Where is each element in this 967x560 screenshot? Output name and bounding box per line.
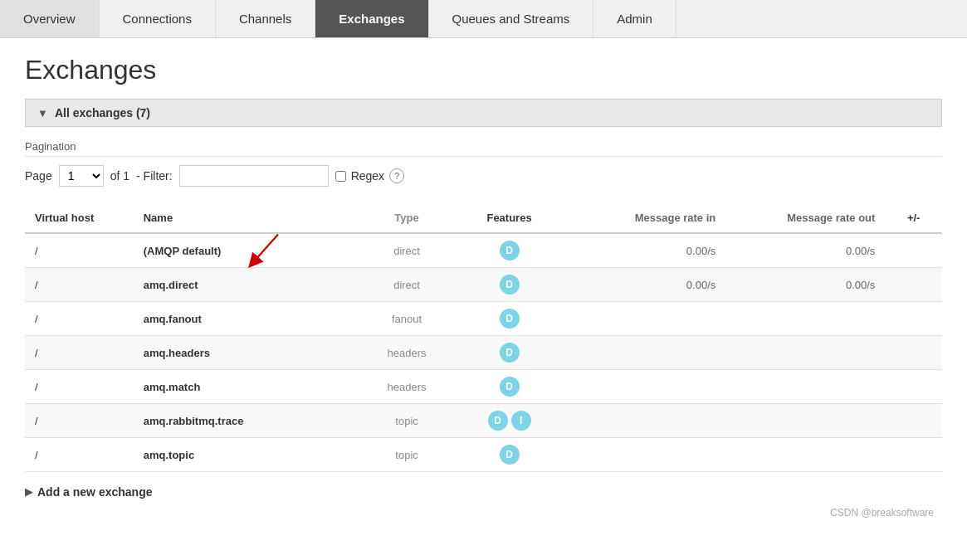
feature-badge: D [488,411,508,431]
filter-input[interactable] [179,165,329,187]
cell-vhost: / [25,268,134,302]
pagination-controls: Page 1 of 1 - Filter: Regex ? [25,165,942,187]
cell-features: D [452,233,566,268]
cell-rate-out: 0.00/s [725,233,885,268]
cell-name[interactable]: amq.match [134,370,361,404]
tab-connections[interactable]: Connections [100,0,216,37]
table-row[interactable]: /amq.directdirectD0.00/s0.00/s [25,268,942,302]
tab-overview[interactable]: Overview [0,0,100,37]
cell-plus-minus [885,302,942,336]
cell-plus-minus [885,268,942,302]
col-type: Type [361,203,452,233]
watermark: CSDN @breaksoftware [25,507,942,519]
cell-rate-in: 0.00/s [566,233,725,268]
cell-rate-out [725,438,885,472]
cell-vhost: / [25,233,134,268]
cell-vhost: / [25,404,134,438]
cell-name[interactable]: (AMQP default) [134,233,361,268]
cell-name[interactable]: amq.direct [134,268,361,302]
cell-rate-out [725,404,885,438]
regex-container: Regex ? [335,168,404,183]
table-row[interactable]: /amq.fanoutfanoutD [25,302,942,336]
cell-type: fanout [361,302,452,336]
cell-type: direct [361,268,452,302]
cell-name[interactable]: amq.fanout [134,302,361,336]
cell-plus-minus [885,438,942,472]
cell-type: direct [361,233,452,268]
page-title: Exchanges [25,55,942,85]
page-label: Page [25,169,52,183]
cell-vhost: / [25,438,134,472]
cell-type: headers [361,370,452,404]
help-icon[interactable]: ? [389,168,404,183]
col-rate-in: Message rate in [566,203,725,233]
main-nav: Overview Connections Channels Exchanges … [0,0,967,38]
cell-plus-minus [885,336,942,370]
table-row[interactable]: /amq.rabbitmq.tracetopicDI [25,404,942,438]
expand-arrow-icon: ▶ [25,486,32,498]
tab-exchanges[interactable]: Exchanges [315,0,428,37]
table-body: /(AMQP default)directD0.00/s0.00/s/amq.d… [25,233,942,472]
cell-rate-out: 0.00/s [725,268,885,302]
main-content: Exchanges ▼ All exchanges (7) Pagination… [0,38,967,535]
cell-features: D [452,438,566,472]
col-vhost: Virtual host [25,203,134,233]
cell-name[interactable]: amq.rabbitmq.trace [134,404,361,438]
cell-vhost: / [25,336,134,370]
collapse-arrow-icon: ▼ [37,107,48,119]
table-row[interactable]: /amq.matchheadersD [25,370,942,404]
col-plus-minus: +/- [885,203,942,233]
table-row[interactable]: /(AMQP default)directD0.00/s0.00/s [25,233,942,268]
col-features: Features [452,203,566,233]
feature-badge: D [500,377,520,397]
table-row[interactable]: /amq.headersheadersD [25,336,942,370]
tab-queues-and-streams[interactable]: Queues and Streams [429,0,594,37]
cell-rate-out [725,302,885,336]
cell-name[interactable]: amq.topic [134,438,361,472]
cell-rate-in [566,336,725,370]
cell-features: DI [452,404,566,438]
filter-label: - Filter: [136,169,173,183]
cell-rate-out [725,336,885,370]
regex-label: Regex [351,169,384,183]
cell-rate-in [566,404,725,438]
cell-type: topic [361,438,452,472]
cell-name[interactable]: amq.headers [134,336,361,370]
tab-channels[interactable]: Channels [216,0,315,37]
page-of: of 1 [110,169,129,183]
section-header[interactable]: ▼ All exchanges (7) [25,99,942,127]
cell-features: D [452,268,566,302]
regex-checkbox[interactable] [335,171,346,182]
cell-rate-in [566,370,725,404]
add-exchange[interactable]: ▶ Add a new exchange [25,485,942,499]
cell-rate-in [566,302,725,336]
cell-rate-out [725,370,885,404]
exchanges-table: Virtual host Name Type Features Message … [25,203,942,472]
feature-badge: D [500,275,520,295]
cell-features: D [452,370,566,404]
cell-vhost: / [25,302,134,336]
cell-rate-in [566,438,725,472]
feature-badge: D [500,241,520,261]
table-wrapper: Virtual host Name Type Features Message … [25,203,942,472]
feature-badge: I [511,411,531,431]
cell-features: D [452,302,566,336]
add-exchange-label: Add a new exchange [37,485,152,499]
col-name: Name [134,203,361,233]
cell-vhost: / [25,370,134,404]
feature-badge: D [500,343,520,363]
table-row[interactable]: /amq.topictopicD [25,438,942,472]
page-select[interactable]: 1 [59,165,104,187]
table-header: Virtual host Name Type Features Message … [25,203,942,233]
tab-admin[interactable]: Admin [593,0,676,37]
section-label: All exchanges (7) [55,106,150,119]
cell-rate-in: 0.00/s [566,268,725,302]
pagination-section: Pagination Page 1 of 1 - Filter: Regex ? [25,140,942,187]
cell-plus-minus [885,233,942,268]
cell-plus-minus [885,404,942,438]
pagination-title: Pagination [25,140,942,157]
col-rate-out: Message rate out [725,203,885,233]
cell-features: D [452,336,566,370]
feature-badge: D [500,309,520,329]
cell-type: topic [361,404,452,438]
